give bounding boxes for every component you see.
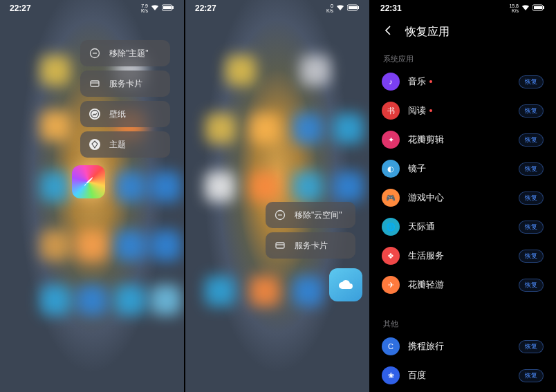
- app-name: 花瓣剪辑: [408, 133, 510, 146]
- remove-icon: [274, 209, 286, 221]
- section-label-other: 其他: [383, 319, 544, 329]
- app-name: 音乐: [408, 75, 510, 88]
- app-name: 镜子: [408, 162, 510, 175]
- context-menu: 移除"主题" 服务卡片 壁纸 主题: [80, 40, 170, 158]
- ctx-theme[interactable]: 主题: [80, 131, 170, 158]
- ctx-label: 移除"主题": [109, 48, 149, 59]
- ctx-label: 移除"云空间": [295, 209, 342, 221]
- phone-screen-3: 22:31 15.8 K/s 恢复应用 系统应用 ♪音乐恢复书阅读恢复✦花瓣剪辑…: [371, 0, 555, 392]
- restore-button[interactable]: 恢复: [519, 192, 544, 205]
- card-icon: [89, 77, 101, 90]
- svg-rect-15: [276, 243, 284, 248]
- svg-rect-1: [172, 6, 174, 9]
- app-row: ✈花瓣轻游恢复: [382, 270, 544, 299]
- wallpaper-icon: [89, 108, 101, 120]
- phone-screen-1: 22:27 7.9 K/s 移除"主题" 服务卡片: [0, 0, 184, 392]
- clock: 22:31: [380, 3, 402, 13]
- svg-rect-2: [163, 6, 172, 9]
- battery-icon: [347, 4, 360, 12]
- app-row: ♪音乐恢复: [382, 67, 544, 96]
- ctx-service-card[interactable]: 服务卡片: [266, 232, 355, 259]
- app-icon: ❖: [382, 247, 400, 265]
- restore-button[interactable]: 恢复: [519, 75, 544, 88]
- notification-dot-icon: [429, 109, 432, 112]
- app-icon: ◐: [382, 160, 400, 178]
- svg-rect-18: [543, 6, 544, 9]
- app-icon: ✦: [382, 131, 400, 149]
- app-name: 游戏中心: [408, 192, 510, 204]
- app-icon: ✈: [382, 276, 400, 294]
- app-row: ◐镜子恢复: [382, 154, 544, 183]
- app-list: 系统应用 ♪音乐恢复书阅读恢复✦花瓣剪辑恢复◐镜子恢复🎮游戏中心恢复🌐天际通恢复…: [371, 47, 555, 392]
- app-name: 百度: [408, 369, 510, 382]
- ctx-label: 服务卡片: [295, 240, 328, 252]
- ctx-label: 服务卡片: [109, 78, 142, 90]
- restore-button[interactable]: 恢复: [519, 369, 544, 382]
- app-name: 天际通: [408, 221, 510, 233]
- ctx-label: 主题: [109, 139, 126, 151]
- app-icon: ❀: [382, 366, 400, 384]
- app-name: 花瓣轻游: [408, 279, 510, 291]
- restore-button[interactable]: 恢复: [519, 340, 544, 353]
- phone-screen-2: 22:27 0 K/s 移除"云空间" 服务卡片: [185, 0, 369, 392]
- app-name: 阅读: [408, 104, 510, 117]
- app-icon: 书: [382, 102, 400, 120]
- svg-rect-12: [349, 6, 357, 9]
- clock: 22:27: [10, 3, 31, 13]
- restore-button[interactable]: 恢复: [519, 250, 544, 263]
- ctx-remove-cloud[interactable]: 移除"云空间": [266, 202, 355, 228]
- ctx-remove-theme[interactable]: 移除"主题": [80, 40, 170, 66]
- app-name: 生活服务: [408, 250, 510, 262]
- network-speed: 15.8 K/s: [509, 3, 519, 13]
- svg-rect-11: [358, 6, 359, 9]
- app-icon: 🌐: [382, 218, 400, 236]
- wifi-icon: [336, 4, 344, 12]
- app-row: ❖生活服务恢复: [382, 241, 544, 270]
- status-bar: 22:27 0 K/s: [185, 0, 369, 15]
- restore-button[interactable]: 恢复: [519, 104, 544, 118]
- home-icons-blurred: [185, 0, 369, 392]
- app-icon: ♪: [382, 73, 400, 91]
- app-row: 🌐天际通恢复: [382, 212, 544, 241]
- notification-dot-icon: [429, 80, 432, 83]
- cloud-app-icon[interactable]: [329, 268, 362, 301]
- battery-icon: [162, 4, 174, 12]
- restore-button[interactable]: 恢复: [519, 279, 544, 292]
- status-bar: 22:31 15.8 K/s: [371, 0, 555, 15]
- app-row: 🎮游戏中心恢复: [382, 183, 544, 212]
- context-menu: 移除"云空间" 服务卡片: [266, 202, 355, 259]
- page-title: 恢复应用: [405, 25, 450, 39]
- restore-button[interactable]: 恢复: [519, 162, 544, 176]
- app-icon: C: [382, 337, 400, 355]
- ctx-wallpaper[interactable]: 壁纸: [80, 101, 170, 127]
- theme-app-icon[interactable]: [72, 165, 105, 198]
- app-name: 携程旅行: [408, 340, 510, 353]
- card-icon: [274, 239, 286, 252]
- battery-icon: [532, 4, 545, 12]
- back-button[interactable]: [382, 24, 394, 39]
- wifi-icon: [521, 4, 530, 12]
- app-icon: 🎮: [382, 189, 400, 207]
- app-row: ❀百度恢复: [382, 361, 544, 390]
- page-header: 恢复应用: [371, 19, 555, 44]
- status-bar: 22:27 7.9 K/s: [0, 0, 184, 15]
- ctx-service-card[interactable]: 服务卡片: [80, 71, 170, 97]
- svg-rect-5: [91, 81, 99, 86]
- theme-icon: [89, 138, 101, 151]
- app-row: ✦花瓣剪辑恢复: [382, 125, 544, 154]
- section-label-system: 系统应用: [383, 54, 544, 64]
- wifi-icon: [151, 4, 159, 12]
- network-speed: 0 K/s: [326, 3, 333, 13]
- ctx-label: 壁纸: [109, 109, 126, 120]
- remove-icon: [89, 47, 101, 59]
- app-row: 书阅读恢复: [382, 96, 544, 125]
- network-speed: 7.9 K/s: [141, 3, 148, 13]
- app-row: C携程旅行恢复: [382, 332, 544, 361]
- restore-button[interactable]: 恢复: [519, 221, 544, 234]
- clock: 22:27: [195, 3, 216, 13]
- svg-rect-19: [534, 6, 542, 9]
- restore-button[interactable]: 恢复: [519, 133, 544, 147]
